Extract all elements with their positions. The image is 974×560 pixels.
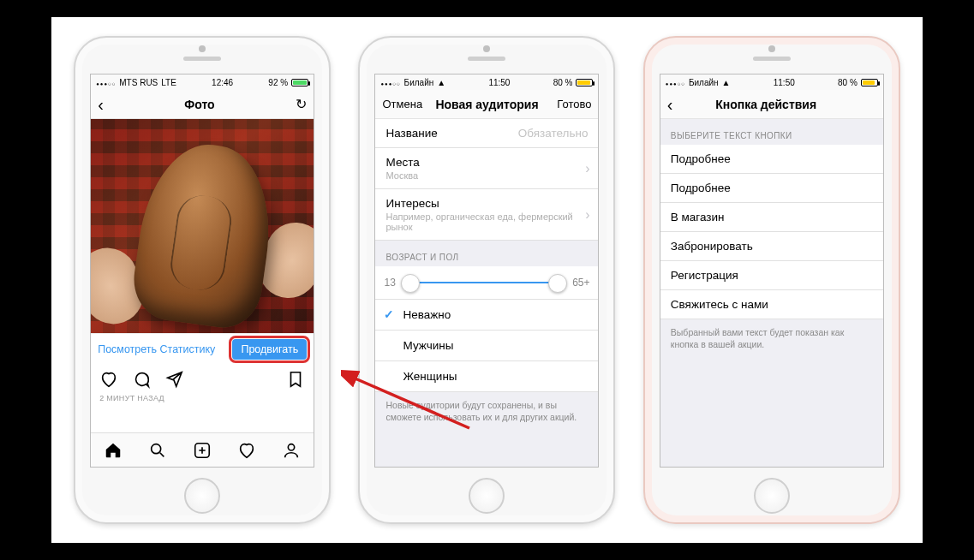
wifi-icon: ▲ xyxy=(722,78,731,87)
nav-title: Новая аудитория xyxy=(435,98,538,111)
interests-cell[interactable]: Интересы Например, органическая еда, фер… xyxy=(375,189,598,241)
gender-any-label: Неважно xyxy=(403,308,451,321)
places-cell[interactable]: Места Москва › xyxy=(375,148,598,189)
interests-hint: Например, органическая еда, фермерский р… xyxy=(385,211,588,232)
age-gender-header: ВОЗРАСТ И ПОЛ xyxy=(375,241,598,266)
promote-button[interactable]: Продвигать xyxy=(232,339,307,360)
gender-any-option[interactable]: Неважно xyxy=(375,300,598,331)
interests-label: Интересы xyxy=(385,197,588,210)
age-min-label: 13 xyxy=(384,277,395,289)
gender-male-label: Мужчины xyxy=(403,339,453,352)
audience-form: Название Обязательно Места Москва › Инте… xyxy=(375,119,598,467)
name-cell[interactable]: Название Обязательно xyxy=(375,119,598,148)
cancel-button[interactable]: Отмена xyxy=(382,98,428,110)
cta-section-header: ВЫБЕРИТЕ ТЕКСТ КНОПКИ xyxy=(660,119,883,145)
phone-3: Билайн ▲ 11:50 80 % ‹ Кнопка действия ВЫ… xyxy=(643,36,900,524)
cta-option[interactable]: Подробнее xyxy=(660,174,883,203)
phone-2: Билайн ▲ 11:50 80 % Отмена Новая аудитор… xyxy=(358,36,615,524)
carrier-label: Билайн xyxy=(404,78,434,87)
status-bar: MTS RUS LTE 12:46 92 % xyxy=(91,74,314,90)
add-tab-icon[interactable] xyxy=(193,441,212,460)
nav-bar: ‹ Фото ↻ xyxy=(91,90,314,119)
cta-footer-note: Выбранный вами текст будет показан как к… xyxy=(660,319,883,357)
phone-bezel-top xyxy=(360,38,613,74)
cta-option-label: Свяжитесь с нами xyxy=(671,298,873,311)
post-action-icons xyxy=(91,365,314,394)
cta-option[interactable]: В магазин xyxy=(660,203,883,232)
status-bar: Билайн ▲ 11:50 80 % xyxy=(375,74,598,90)
home-button[interactable] xyxy=(754,478,790,514)
chevron-right-icon: › xyxy=(585,161,589,176)
svg-point-0 xyxy=(152,444,161,453)
nav-title: Фото xyxy=(184,98,214,111)
back-icon[interactable]: ‹ xyxy=(98,96,104,113)
cta-option-label: Забронировать xyxy=(671,240,873,253)
comment-icon[interactable] xyxy=(132,370,151,389)
home-tab-icon[interactable] xyxy=(104,441,122,460)
like-icon[interactable] xyxy=(99,370,118,389)
nav-bar: ‹ Кнопка действия xyxy=(660,90,883,119)
places-value: Москва xyxy=(385,170,588,181)
age-max-label: 65+ xyxy=(572,277,589,289)
post-promo-row: Посмотреть Статистику Продвигать xyxy=(91,333,314,365)
view-insights-link[interactable]: Посмотреть Статистику xyxy=(98,343,215,355)
chevron-right-icon: › xyxy=(585,207,589,223)
name-placeholder: Обязательно xyxy=(518,127,589,140)
home-button[interactable] xyxy=(469,478,505,514)
screen-3: Билайн ▲ 11:50 80 % ‹ Кнопка действия ВЫ… xyxy=(660,74,884,468)
places-label: Места xyxy=(385,156,588,169)
clock-label: 11:50 xyxy=(774,78,795,87)
screen-2: Билайн ▲ 11:50 80 % Отмена Новая аудитор… xyxy=(374,74,599,468)
signal-icon xyxy=(96,78,116,87)
refresh-icon[interactable]: ↻ xyxy=(296,96,307,112)
cta-option-label: Подробнее xyxy=(671,152,873,165)
clock-label: 12:46 xyxy=(212,78,233,87)
gender-female-option[interactable]: Женщины xyxy=(375,361,598,392)
profile-tab-icon[interactable] xyxy=(282,441,301,460)
nav-title: Кнопка действия xyxy=(715,98,816,111)
network-label: LTE xyxy=(161,78,176,87)
activity-tab-icon[interactable] xyxy=(237,441,256,460)
cta-option[interactable]: Свяжитесь с нами xyxy=(660,290,883,319)
cta-form: ВЫБЕРИТЕ ТЕКСТ КНОПКИ Подробнее Подробне… xyxy=(660,119,883,467)
cta-option-label: Подробнее xyxy=(671,182,873,194)
post-timestamp: 2 МИНУТ НАЗАД xyxy=(91,394,314,408)
post-image[interactable] xyxy=(91,119,314,333)
battery-pct-label: 80 % xyxy=(838,78,857,87)
cta-option[interactable]: Забронировать xyxy=(660,232,883,261)
bookmark-icon[interactable] xyxy=(286,370,305,389)
signal-icon xyxy=(380,78,400,87)
signal-icon xyxy=(666,78,685,87)
carrier-label: Билайн xyxy=(689,78,719,87)
battery-icon xyxy=(576,79,593,86)
wifi-icon: ▲ xyxy=(437,78,445,87)
share-icon[interactable] xyxy=(164,370,183,389)
screen-1: MTS RUS LTE 12:46 92 % ‹ Фото ↻ xyxy=(90,74,314,468)
name-label: Название xyxy=(385,127,437,140)
audience-footer-note: Новые аудитории будут сохранены, и вы см… xyxy=(375,392,598,430)
done-button[interactable]: Готово xyxy=(545,98,591,110)
battery-pct-label: 80 % xyxy=(553,78,573,87)
search-tab-icon[interactable] xyxy=(148,441,167,460)
slider-track[interactable] xyxy=(403,282,565,283)
carrier-label: MTS RUS xyxy=(119,78,158,87)
tab-bar xyxy=(91,432,314,467)
phone-bezel-top xyxy=(75,38,329,74)
cta-option-label: В магазин xyxy=(671,211,873,223)
home-button[interactable] xyxy=(184,478,220,514)
cta-option[interactable]: Подробнее xyxy=(660,145,883,174)
clock-label: 11:50 xyxy=(488,78,510,87)
battery-pct-label: 92 % xyxy=(268,78,288,87)
cta-option[interactable]: Регистрация xyxy=(660,261,883,290)
phone-bezel-top xyxy=(645,38,899,74)
gender-male-option[interactable]: Мужчины xyxy=(375,331,598,361)
nav-bar: Отмена Новая аудитория Готово xyxy=(375,90,598,119)
battery-icon xyxy=(861,79,878,86)
age-slider[interactable]: 13 65+ xyxy=(375,266,598,300)
status-bar: Билайн ▲ 11:50 80 % xyxy=(660,74,883,90)
cta-option-label: Регистрация xyxy=(671,269,873,282)
phone-1: MTS RUS LTE 12:46 92 % ‹ Фото ↻ xyxy=(74,36,331,524)
svg-point-2 xyxy=(288,444,294,450)
back-icon[interactable]: ‹ xyxy=(667,96,673,113)
battery-icon xyxy=(291,79,308,86)
